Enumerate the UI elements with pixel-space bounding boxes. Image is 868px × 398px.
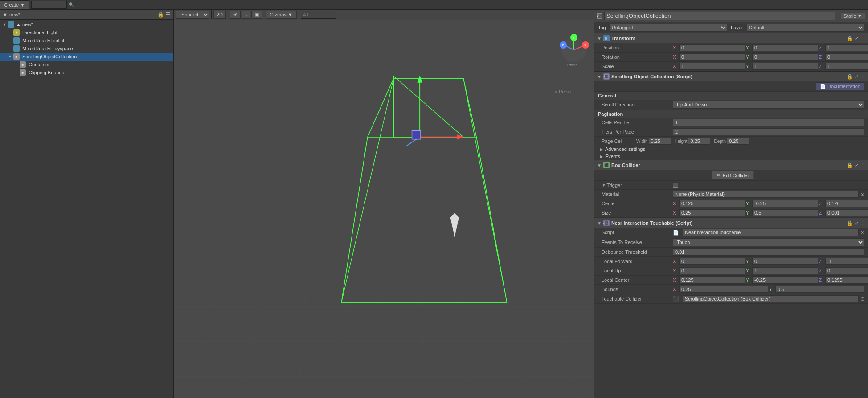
local-center-x-input[interactable] xyxy=(679,276,745,284)
box-collider-header[interactable]: ▼ ⬛ Box Collider 🔒 ⤢ ⋮ xyxy=(594,160,868,170)
hier-item-scrolling[interactable]: ▼ ■ ScrollingObjectCollection xyxy=(0,53,173,61)
hier-item-directional-light[interactable]: ☀ Directional Light xyxy=(0,28,173,37)
scene-root-item[interactable]: ▼ ▲ new* xyxy=(0,20,173,28)
scene-gizmo[interactable]: Y X Z Persp xyxy=(558,33,590,69)
bounds-x-input[interactable] xyxy=(679,286,768,293)
debounce-input[interactable] xyxy=(673,248,864,256)
local-up-x-input[interactable] xyxy=(679,267,745,274)
near-interaction-header[interactable]: ▼ ✓ Near Interaction Touchable (Script) … xyxy=(594,218,868,228)
bc-menu-icon[interactable]: ⋮ xyxy=(860,162,865,168)
hier-item-clipping[interactable]: ■ Clipping Bounds xyxy=(0,69,173,77)
clipping-icon: ■ xyxy=(20,69,26,76)
scroll-direction-select[interactable]: Up And Down xyxy=(673,101,864,109)
local-up-z-input[interactable] xyxy=(825,267,868,274)
hier-item-container[interactable]: ■ Container xyxy=(0,61,173,69)
audio-toggle[interactable]: ♪ xyxy=(242,11,250,19)
ni-lock-icon[interactable]: 🔒 xyxy=(847,220,853,226)
scene-view: Shaded 2D ☀ ♪ ▣ Gizmos ▼ xyxy=(174,10,594,398)
scrolling-maximize-icon[interactable]: ⤢ xyxy=(855,74,859,80)
light-toggle[interactable]: ☀ xyxy=(230,11,241,19)
scale-y-input[interactable] xyxy=(752,63,818,70)
position-z-input[interactable] xyxy=(825,44,868,51)
transform-menu-icon[interactable]: ⋮ xyxy=(860,36,865,41)
size-z-input[interactable] xyxy=(825,209,868,216)
obj-active-checkbox[interactable]: ✓ xyxy=(597,13,602,19)
is-trigger-checkbox[interactable] xyxy=(673,183,678,188)
bc-arrow: ▼ xyxy=(597,163,602,168)
center-y-input[interactable] xyxy=(752,200,818,207)
script-dot-icon[interactable]: ⊙ xyxy=(860,230,864,236)
local-forward-x-input[interactable] xyxy=(679,258,745,265)
scrolling-lock-icon[interactable]: 🔒 xyxy=(847,74,853,80)
local-forward-z-input[interactable] xyxy=(825,258,868,265)
hier-item-mrt[interactable]: MixedRealityToolkit xyxy=(0,37,173,45)
events-to-receive-select[interactable]: Touch xyxy=(673,238,864,246)
local-up-y-input[interactable] xyxy=(752,267,818,274)
bc-maximize-icon[interactable]: ⤢ xyxy=(855,162,859,168)
ni-menu-icon[interactable]: ⋮ xyxy=(860,220,865,226)
transform-lock-icon[interactable]: 🔒 xyxy=(847,36,853,41)
is-trigger-row: Is Trigger xyxy=(594,181,868,190)
material-dot-icon[interactable]: ⊙ xyxy=(860,191,864,197)
transform-header[interactable]: ▼ ⊞ Transform 🔒 ⤢ ⋮ xyxy=(594,33,868,43)
events-row[interactable]: ▶ Events xyxy=(594,153,868,160)
local-center-z-input[interactable] xyxy=(825,276,868,284)
ni-enabled-check[interactable]: ✓ xyxy=(604,221,609,225)
local-forward-row: Local Forward X Y Z xyxy=(594,257,868,266)
center-x-input[interactable] xyxy=(679,200,745,207)
tiers-per-page-input[interactable] xyxy=(673,128,864,135)
edit-collider-button[interactable]: ✏ Edit Collider xyxy=(712,171,754,179)
script-input[interactable] xyxy=(683,229,859,236)
rotation-x-input[interactable] xyxy=(679,53,745,61)
obj-name-input[interactable] xyxy=(604,12,835,20)
scene-expand-arrow: ▼ xyxy=(3,22,8,27)
search-input[interactable] xyxy=(31,1,67,9)
page-cell-height-input[interactable] xyxy=(688,138,710,145)
cells-per-tier-input[interactable] xyxy=(673,119,864,126)
tag-select[interactable]: Untagged xyxy=(610,24,727,32)
scale-z-input[interactable] xyxy=(825,63,868,70)
scrolling-enabled-check[interactable]: ✓ xyxy=(604,74,609,79)
transform-icon: ⊞ xyxy=(603,35,610,41)
2d-toggle[interactable]: 2D xyxy=(213,11,226,19)
local-forward-y-input[interactable] xyxy=(752,258,818,265)
scrolling-script-header[interactable]: ▼ ✓ Scrolling Object Collection (Script)… xyxy=(594,72,868,81)
scrolling-menu-icon[interactable]: ⋮ xyxy=(860,74,865,80)
scale-x-input[interactable] xyxy=(679,63,745,70)
fx-toggle[interactable]: ▣ xyxy=(251,11,262,19)
scene-search[interactable] xyxy=(301,11,336,19)
hierarchy-lock-icon[interactable]: 🔒 xyxy=(157,12,164,18)
doc-button[interactable]: 📄 Documentation xyxy=(816,82,864,90)
touchable-collider-input[interactable] xyxy=(683,295,859,302)
shaded-select[interactable]: Shaded xyxy=(176,11,209,19)
scrolling-script-title: Scrolling Object Collection (Script) xyxy=(611,74,845,79)
rotation-z-input[interactable] xyxy=(825,53,868,61)
local-center-label: Local Center xyxy=(602,277,673,283)
advanced-settings-row[interactable]: ▶ Advanced settings xyxy=(594,146,868,153)
static-button[interactable]: Static ▼ xyxy=(841,12,865,20)
center-z-input[interactable] xyxy=(825,200,868,207)
size-y-input[interactable] xyxy=(752,209,818,216)
position-x-input[interactable] xyxy=(679,44,745,51)
local-center-y-input[interactable] xyxy=(752,276,818,284)
hierarchy-panel: ▼ new* 🔒 ☰ ▼ ▲ new* ☀ Directional Light xyxy=(0,10,174,398)
layer-select[interactable]: Default xyxy=(747,24,864,32)
hier-item-mrp[interactable]: MixedRealityPlayspace xyxy=(0,45,173,53)
create-button[interactable]: Create ▼ xyxy=(0,0,29,9)
transform-maximize-icon[interactable]: ⤢ xyxy=(855,36,859,41)
ni-maximize-icon[interactable]: ⤢ xyxy=(855,220,859,226)
position-y-input[interactable] xyxy=(752,44,818,51)
page-cell-depth-input[interactable] xyxy=(727,138,749,145)
material-input[interactable] xyxy=(673,191,859,198)
bc-lock-icon[interactable]: 🔒 xyxy=(847,162,853,168)
size-x-input[interactable] xyxy=(679,209,745,216)
rotation-y-input[interactable] xyxy=(752,53,818,61)
tc-dot-icon[interactable]: ⊙ xyxy=(860,296,864,302)
hierarchy-menu-icon[interactable]: ☰ xyxy=(166,12,171,18)
gizmos-btn[interactable]: Gizmos ▼ xyxy=(266,11,297,19)
debounce-value xyxy=(673,248,864,256)
material-label: Material xyxy=(602,191,673,197)
position-value: X Y Z xyxy=(673,44,868,51)
bounds-y-input[interactable] xyxy=(775,286,864,293)
page-cell-width-input[interactable] xyxy=(649,138,671,145)
